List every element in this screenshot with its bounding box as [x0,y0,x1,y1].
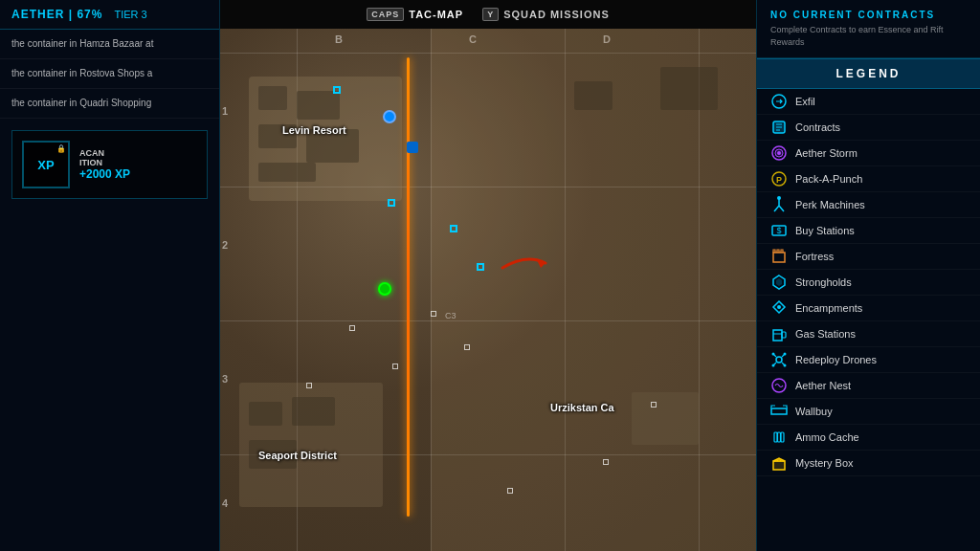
blue-marker-2 [407,142,418,153]
legend-item-redeploy-drones: Redeploy Drones [757,347,980,373]
contracts-desc: Complete Contracts to earn Essence and R… [770,24,967,48]
tac-map-tab[interactable]: CAPS TAC-MAP [367,8,463,21]
y-key: Y [482,8,499,21]
poi-marker-4 [477,263,484,271]
svg-text:$: $ [776,226,781,235]
redeploy-drones-label: Redeploy Drones [795,354,877,365]
gas-stations-label: Gas Stations [795,328,856,340]
legend-item-pack-a-punch: P Pack-A-Punch [757,166,980,192]
mission-name: ACANITION [79,148,130,167]
buy-stations-label: Buy Stations [795,225,855,236]
encampments-icon [770,299,788,317]
exfil-icon [770,93,788,110]
grid-label-3: 3 [222,373,228,385]
legend-item-gas-stations: Gas Stations [757,321,980,347]
far-building-2 [574,81,612,110]
storm-boundary-line [407,57,410,517]
legend-item-strongholds: Strongholds [757,270,980,296]
mission-item-1: the container in Hamza Bazaar at [0,30,219,59]
fortress-icon [770,248,788,265]
svg-point-17 [784,353,787,356]
svg-point-18 [772,364,775,367]
xp-icon: XP 🔒 [22,141,70,188]
fortress-label: Fortress [795,251,834,262]
wallbuy-icon [770,403,788,420]
svg-point-8 [777,196,781,200]
lock-icon: 🔒 [56,144,66,153]
svg-rect-20 [771,408,787,414]
caps-key: CAPS [367,8,404,21]
svg-rect-22 [778,432,781,442]
contracts-title: NO CURRENT CONTRACTS [770,10,967,20]
svg-rect-11 [773,253,785,262]
squad-missions-tab[interactable]: Y SQUAD MISSIONS [482,8,610,21]
poi-marker-11 [603,459,609,465]
legend-item-aether-storm: Aether Storm [757,141,980,166]
contracts-icon [770,119,788,136]
legend-item-buy-stations: $ Buy Stations [757,218,980,244]
perk-machines-label: Perk Machines [795,199,865,210]
building-5 [258,163,316,182]
legend-item-ammo-cache: Ammo Cache [757,425,980,451]
exfil-label: Exfil [795,96,815,107]
legend-item-fortress: Fortress [757,244,980,270]
tac-map-label: TAC-MAP [409,9,463,20]
strongholds-icon [770,274,788,291]
encampments-label: Encampments [795,302,862,314]
label-levin-resort: Levin Resort [282,124,346,136]
svg-rect-21 [774,432,777,442]
mystery-box-label: Mystery Box [795,457,854,469]
pack-a-punch-label: Pack-A-Punch [795,173,862,185]
svg-point-16 [772,353,775,356]
gas-stations-icon [770,325,788,342]
map-background: B C D 1 2 3 4 Levin Resort Seaport Distr… [220,29,756,551]
grid-label-1: 1 [222,105,228,117]
seaport-b2 [292,397,335,426]
player-marker [378,282,391,296]
grid-label-4: 4 [222,497,228,509]
svg-text:P: P [776,175,782,185]
legend-item-wallbuy: Wallbuy [757,399,980,425]
poi-marker-5 [431,311,436,317]
aether-header: AETHER | 67% TIER 3 [0,0,219,30]
poi-marker-1 [333,86,341,94]
map-area[interactable]: B C D 1 2 3 4 Levin Resort Seaport Distr… [220,29,756,551]
blue-marker-1 [383,110,396,123]
poi-arrow [498,249,555,277]
xp-icon-label: XP [37,158,54,172]
label-urzikstan: Urzikstan Ca [550,402,614,413]
building-2 [297,91,340,120]
grid-coord-c3: C3 [445,311,457,320]
grid-label-2: 2 [222,239,228,251]
svg-point-5 [777,151,781,155]
top-bar: CAPS TAC-MAP Y SQUAD MISSIONS [220,0,756,29]
grid-label-b: B [335,33,343,45]
legend-item-perk-machines: Perk Machines [757,192,980,218]
urzikstan-building [632,392,699,445]
seaport-b1 [249,402,282,426]
wallbuy-label: Wallbuy [795,406,833,417]
poi-marker-9 [306,383,312,388]
legend-item-aether-nest: Aether Nest [757,373,980,399]
mission-item-3: the container in Quadri Shopping [0,89,219,119]
strongholds-label: Strongholds [795,276,852,288]
svg-rect-24 [773,461,785,470]
far-building-1 [660,67,718,110]
svg-rect-23 [781,432,784,442]
aether-nest-icon [770,377,788,394]
legend-header: LEGEND [757,58,980,89]
poi-marker-2 [388,199,395,207]
pack-a-punch-icon: P [770,170,788,187]
aether-nest-label: Aether Nest [795,380,851,391]
aether-storm-label: Aether Storm [795,147,858,159]
legend-item-exfil: Exfil [757,89,980,115]
svg-point-12 [777,305,781,309]
mystery-box-icon [770,454,788,472]
svg-point-15 [776,357,782,363]
redeploy-drones-icon [770,351,788,368]
left-panel: AETHER | 67% TIER 3 the container in Ham… [0,0,220,551]
svg-rect-14 [782,332,786,338]
right-panel: NO CURRENT CONTRACTS Complete Contracts … [756,0,980,551]
xp-amount: +2000 XP [79,167,130,181]
xp-reward-info: ACANITION +2000 XP [79,148,130,181]
